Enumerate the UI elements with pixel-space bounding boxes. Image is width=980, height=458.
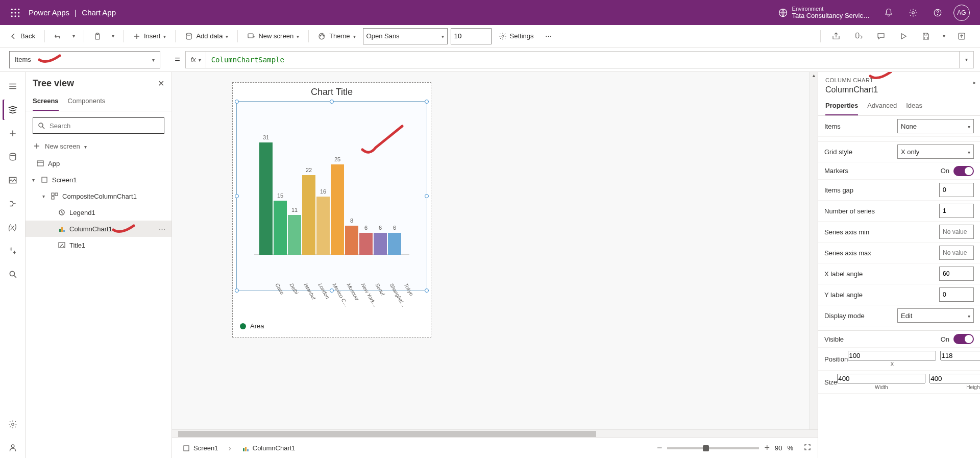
notifications-icon[interactable]	[880, 4, 897, 21]
breadcrumb-screen[interactable]: Screen1	[178, 442, 222, 454]
resize-handle[interactable]	[235, 288, 239, 293]
save-button[interactable]	[917, 27, 935, 45]
tab-components[interactable]: Components	[68, 94, 106, 111]
tab-screens[interactable]: Screens	[33, 94, 59, 111]
prop-display-select[interactable]: Edit	[897, 308, 974, 323]
add-data-button[interactable]: Add data	[181, 30, 232, 42]
tree-node-columnchart[interactable]: ColumnChart1 ⋯	[26, 221, 172, 237]
chevron-down-icon[interactable]	[40, 194, 47, 199]
prop-size-h-input[interactable]	[929, 374, 980, 383]
canvas-horizontal-scrollbar[interactable]	[172, 429, 818, 438]
tree-node-title[interactable]: Title1	[26, 237, 172, 253]
canvas-scroll[interactable]: Chart Title 3115112216258666	[172, 72, 818, 429]
rail-virtual-agent-icon[interactable]	[3, 438, 23, 458]
settings-gear-icon[interactable]	[904, 4, 922, 21]
chart-legend[interactable]: Area	[240, 322, 264, 330]
breadcrumb-chart[interactable]: ColumnChart1	[237, 442, 300, 454]
svg-point-0	[11, 8, 13, 10]
tree-node-legend[interactable]: Legend1	[26, 204, 172, 221]
resize-handle[interactable]	[425, 288, 429, 293]
prop-grid-select[interactable]: X only	[897, 144, 974, 159]
rail-tools-icon[interactable]	[3, 240, 23, 261]
preview-button[interactable]	[894, 27, 913, 45]
tab-advanced[interactable]: Advanced	[867, 99, 897, 115]
undo-button[interactable]	[50, 30, 66, 42]
resize-handle[interactable]	[425, 100, 429, 104]
save-menu[interactable]	[939, 33, 948, 39]
waffle-icon[interactable]	[5, 8, 26, 17]
property-selector[interactable]: Items	[9, 51, 160, 68]
tree-search[interactable]	[33, 117, 164, 134]
font-size-input[interactable]	[451, 28, 492, 44]
insert-button[interactable]: Insert	[129, 30, 170, 42]
help-icon[interactable]	[929, 4, 946, 21]
prop-visible-toggle[interactable]	[953, 334, 974, 344]
font-family-select[interactable]: Open Sans	[363, 28, 448, 44]
rail-hamburger-icon[interactable]	[3, 76, 23, 97]
undo-menu[interactable]	[69, 33, 79, 39]
avatar[interactable]: AG	[953, 5, 970, 21]
prop-series-input[interactable]	[939, 204, 974, 218]
rail-variables-icon[interactable]: (x)	[3, 217, 23, 237]
overflow-button[interactable]: ⋯	[541, 30, 556, 42]
zoom-in-button[interactable]: +	[764, 443, 770, 453]
chart-container[interactable]: Chart Title 3115112216258666	[232, 82, 431, 338]
paste-button[interactable]	[89, 30, 106, 42]
control-name[interactable]: ColumnChart1	[825, 83, 973, 94]
prop-gap-input[interactable]	[939, 183, 974, 197]
rail-insert-icon[interactable]	[3, 123, 23, 143]
tree-node-screen[interactable]: Screen1	[26, 172, 172, 188]
settings-button[interactable]: Settings	[495, 30, 538, 42]
prop-markers-toggle[interactable]	[953, 166, 974, 176]
close-icon[interactable]: ✕	[158, 79, 164, 88]
rail-flow-icon[interactable]	[3, 194, 23, 214]
rail-data-icon[interactable]	[3, 147, 23, 167]
prop-yangle-input[interactable]	[939, 287, 974, 302]
new-screen-link[interactable]: New screen	[26, 140, 172, 155]
tree-node-composite[interactable]: CompositeColumnChart1	[26, 188, 172, 204]
prop-axmax-input[interactable]	[939, 246, 974, 260]
resize-handle[interactable]	[235, 100, 239, 104]
tab-properties[interactable]: Properties	[825, 99, 858, 115]
resize-handle[interactable]	[330, 288, 334, 293]
rail-search-icon[interactable]	[3, 264, 23, 284]
zoom-out-button[interactable]: −	[657, 443, 663, 453]
formula-expand[interactable]	[960, 51, 974, 68]
app-name[interactable]: Chart App	[82, 8, 116, 17]
resize-handle[interactable]	[425, 194, 429, 198]
chart-title-label[interactable]: Chart Title	[233, 83, 431, 101]
canvas-vertical-scrollbar[interactable]: ▲	[810, 72, 818, 429]
share-button[interactable]	[827, 27, 845, 45]
prop-xangle-input[interactable]	[939, 267, 974, 281]
chevron-down-icon[interactable]	[30, 177, 37, 183]
paste-menu[interactable]	[109, 33, 118, 39]
resize-handle[interactable]	[235, 194, 239, 198]
rail-settings-icon[interactable]	[3, 414, 23, 435]
environment-picker[interactable]: Environment Tata Consultancy Servic…	[773, 6, 875, 19]
resize-handle[interactable]	[330, 100, 334, 104]
product-name[interactable]: Power Apps	[29, 8, 69, 17]
prop-size-w-input[interactable]	[837, 374, 925, 383]
node-more-icon[interactable]: ⋯	[157, 225, 167, 233]
panel-collapse-button[interactable]	[973, 78, 976, 86]
tree-node-app[interactable]: App	[26, 155, 172, 172]
publish-button[interactable]	[952, 27, 971, 45]
prop-items-select[interactable]: None	[897, 119, 974, 133]
tab-ideas[interactable]: Ideas	[906, 99, 922, 115]
prop-pos-y-input[interactable]	[940, 351, 980, 360]
fit-screen-button[interactable]	[798, 443, 812, 453]
rail-media-icon[interactable]	[3, 170, 23, 190]
fx-label[interactable]: fx	[191, 52, 206, 68]
zoom-slider[interactable]	[667, 447, 759, 449]
search-input[interactable]	[50, 122, 160, 130]
prop-pos-x-input[interactable]	[848, 351, 936, 360]
column-chart-control[interactable]: 3115112216258666 CairoDelhiIstanbulLondo…	[236, 101, 427, 291]
rail-tree-icon[interactable]	[3, 100, 23, 120]
theme-button[interactable]: Theme	[314, 30, 359, 42]
prop-axmin-input[interactable]	[939, 225, 974, 239]
comments-button[interactable]	[872, 27, 890, 45]
formula-input[interactable]: fx ColumnChartSample	[185, 51, 960, 68]
app-checker-button[interactable]	[849, 27, 868, 45]
back-button[interactable]: Back	[5, 30, 39, 42]
new-screen-button[interactable]: New screen	[243, 30, 303, 42]
